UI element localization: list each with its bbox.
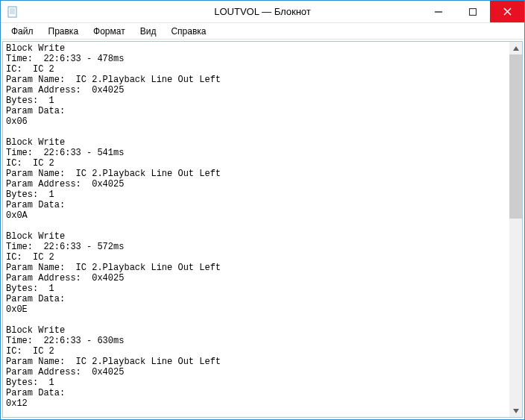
scroll-thumb[interactable]	[509, 54, 522, 219]
notepad-icon	[7, 6, 19, 18]
window-title: LOUTVOL — Блокнот	[214, 6, 311, 17]
scroll-down-icon[interactable]	[509, 404, 522, 417]
scroll-up-icon[interactable]	[509, 42, 522, 54]
text-area[interactable]: Block Write Time: 22:6:33 - 478ms IC: IC…	[3, 42, 522, 417]
menu-edit[interactable]: Правка	[43, 25, 85, 38]
menu-view[interactable]: Вид	[134, 25, 163, 38]
menu-file[interactable]: Файл	[5, 25, 40, 38]
minimize-button[interactable]	[421, 1, 456, 22]
svg-marker-9	[513, 46, 519, 51]
menubar: Файл Правка Формат Вид Справка	[1, 23, 524, 40]
menu-format[interactable]: Формат	[87, 25, 131, 38]
menu-help[interactable]: Справка	[165, 25, 212, 38]
svg-rect-6	[470, 8, 477, 15]
svg-marker-10	[513, 409, 519, 413]
vertical-scrollbar[interactable]	[509, 42, 522, 417]
content-wrap: Block Write Time: 22:6:33 - 478ms IC: IC…	[1, 40, 524, 419]
window-controls	[421, 1, 524, 22]
editor-frame: Block Write Time: 22:6:33 - 478ms IC: IC…	[2, 41, 523, 418]
titlebar: LOUTVOL — Блокнот	[1, 1, 524, 23]
maximize-button[interactable]	[456, 1, 490, 22]
close-button[interactable]	[490, 1, 524, 22]
